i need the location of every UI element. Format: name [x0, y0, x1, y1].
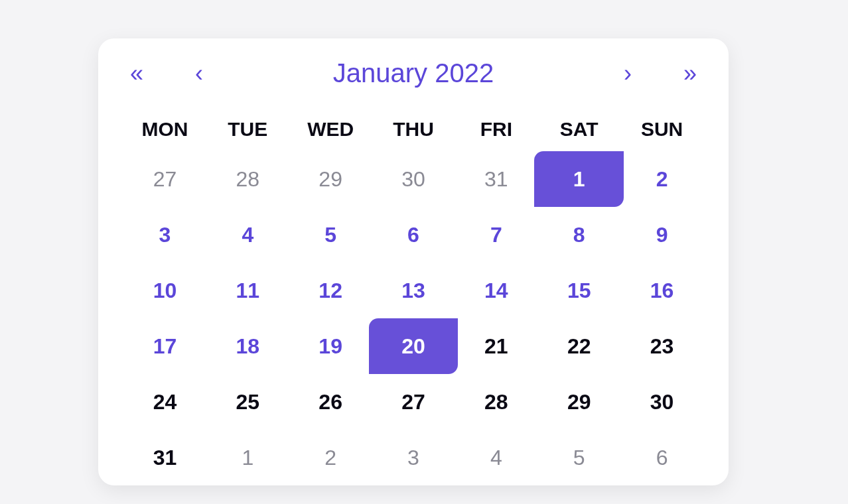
day-cell[interactable]: 19 [289, 318, 372, 374]
day-cell[interactable]: 28 [455, 374, 537, 430]
day-cell[interactable]: 23 [620, 318, 703, 374]
day-number: 22 [567, 334, 591, 359]
day-number: 24 [153, 390, 177, 414]
day-number: 18 [236, 334, 259, 359]
day-number: 3 [159, 223, 171, 247]
prev-month-button[interactable]: ‹ [195, 62, 203, 86]
day-cell[interactable]: 5 [289, 207, 372, 263]
weeks-container: 2728293031123456789101112131415161718192… [123, 151, 703, 485]
day-number: 1 [242, 446, 253, 470]
day-number: 3 [407, 446, 419, 470]
day-number: 2 [656, 167, 668, 192]
day-number: 31 [484, 167, 508, 192]
day-number: 16 [650, 279, 674, 303]
day-number: 11 [236, 279, 259, 303]
day-cell[interactable]: 16 [620, 263, 703, 318]
day-number: 25 [236, 390, 259, 414]
day-cell[interactable]: 30 [620, 374, 703, 430]
day-number: 21 [484, 334, 508, 359]
day-cell[interactable]: 7 [455, 207, 537, 263]
nav-group-right: › » [624, 62, 697, 86]
weekday-sat: SAT [537, 118, 620, 151]
day-cell[interactable]: 25 [206, 374, 289, 430]
day-number: 19 [318, 334, 342, 359]
day-cell[interactable]: 22 [537, 318, 620, 374]
day-cell[interactable]: 29 [537, 374, 620, 430]
day-number: 13 [401, 279, 425, 303]
day-cell[interactable]: 10 [123, 263, 206, 318]
month-year-label[interactable]: January 2022 [333, 58, 494, 88]
week-row: 272829303112 [123, 151, 703, 207]
day-number: 12 [318, 279, 342, 303]
week-row: 31123456 [123, 430, 703, 485]
day-cell[interactable]: 6 [372, 207, 455, 263]
day-cell[interactable]: 31 [455, 151, 537, 207]
day-cell[interactable]: 2 [620, 151, 703, 207]
day-cell[interactable]: 24 [123, 374, 206, 430]
day-number: 6 [407, 223, 419, 247]
day-cell[interactable]: 17 [123, 318, 206, 374]
day-cell[interactable]: 27 [372, 374, 455, 430]
calendar-grid: MON TUE WED THU FRI SAT SUN 272829303112… [123, 118, 703, 485]
day-number: 6 [656, 446, 668, 470]
day-cell[interactable]: 8 [537, 207, 620, 263]
day-number: 29 [318, 167, 342, 192]
day-cell[interactable]: 4 [455, 430, 537, 485]
day-cell[interactable]: 12 [289, 263, 372, 318]
day-number: 7 [490, 223, 502, 247]
day-cell[interactable]: 11 [206, 263, 289, 318]
day-number: 27 [401, 390, 425, 414]
day-number: 30 [401, 167, 425, 192]
calendar-card: « ‹ January 2022 › » MON TUE WED THU FRI… [98, 38, 729, 485]
week-row: 3456789 [123, 207, 703, 263]
day-cell[interactable]: 31 [123, 430, 206, 485]
weekday-fri: FRI [455, 118, 537, 151]
day-number: 14 [484, 279, 508, 303]
day-cell[interactable]: 26 [289, 374, 372, 430]
next-month-button[interactable]: › [624, 62, 632, 86]
day-cell[interactable]: 4 [206, 207, 289, 263]
day-number: 5 [573, 446, 585, 470]
day-number: 2 [324, 446, 336, 470]
weekday-row: MON TUE WED THU FRI SAT SUN [123, 118, 703, 151]
day-cell[interactable]: 28 [206, 151, 289, 207]
day-number: 17 [153, 334, 177, 359]
day-cell[interactable]: 2 [289, 430, 372, 485]
day-number: 26 [318, 390, 342, 414]
day-number: 20 [401, 334, 425, 359]
day-cell[interactable]: 3 [123, 207, 206, 263]
day-number: 28 [236, 167, 259, 192]
day-number: 30 [650, 390, 674, 414]
week-row: 24252627282930 [123, 374, 703, 430]
day-cell[interactable]: 21 [455, 318, 537, 374]
day-cell[interactable]: 27 [123, 151, 206, 207]
day-cell[interactable]: 18 [206, 318, 289, 374]
day-number: 1 [573, 167, 585, 192]
day-cell[interactable]: 30 [372, 151, 455, 207]
day-cell[interactable]: 15 [537, 263, 620, 318]
day-cell[interactable]: 13 [372, 263, 455, 318]
day-cell[interactable]: 3 [372, 430, 455, 485]
week-row: 10111213141516 [123, 263, 703, 318]
weekday-thu: THU [372, 118, 455, 151]
day-cell[interactable]: 20 [372, 318, 455, 374]
weekday-wed: WED [289, 118, 372, 151]
calendar-header: « ‹ January 2022 › » [123, 58, 703, 118]
day-cell[interactable]: 14 [455, 263, 537, 318]
day-number: 15 [567, 279, 591, 303]
day-number: 5 [324, 223, 336, 247]
nav-group-left: « ‹ [130, 62, 203, 86]
next-year-button[interactable]: » [683, 62, 697, 86]
day-cell[interactable]: 5 [537, 430, 620, 485]
day-number: 23 [650, 334, 674, 359]
day-cell[interactable]: 6 [620, 430, 703, 485]
day-cell[interactable]: 1 [206, 430, 289, 485]
day-cell[interactable]: 1 [537, 151, 620, 207]
day-number: 10 [153, 279, 177, 303]
day-cell[interactable]: 29 [289, 151, 372, 207]
day-number: 9 [656, 223, 668, 247]
day-number: 27 [153, 167, 177, 192]
day-cell[interactable]: 9 [620, 207, 703, 263]
prev-year-button[interactable]: « [130, 62, 143, 86]
day-number: 29 [567, 390, 591, 414]
